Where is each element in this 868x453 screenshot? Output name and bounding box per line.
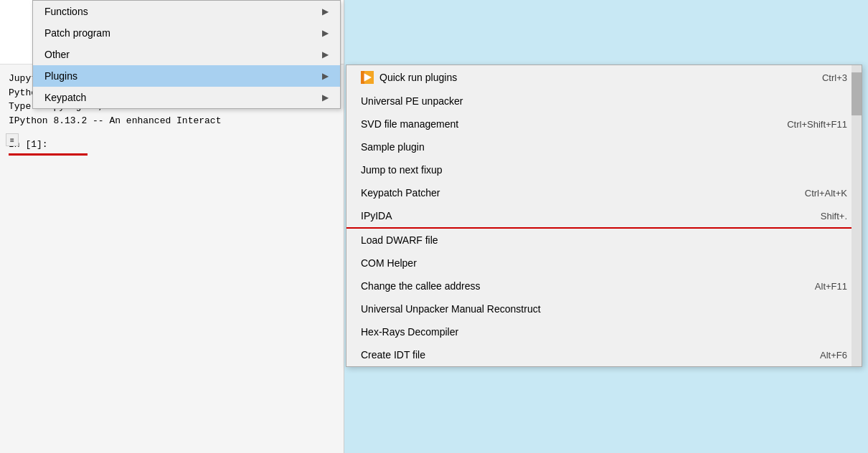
submenu-item-pe-unpacker-label: Universal PE unpacker: [361, 95, 463, 107]
shortcut-svd: Ctrl+Shift+F11: [787, 119, 847, 130]
menu-item-functions[interactable]: Functions ▶: [33, 1, 340, 22]
arrow-icon: ▶: [322, 71, 329, 81]
submenu-item-pe-unpacker-inner: Universal PE unpacker: [361, 95, 463, 107]
arrow-icon: ▶: [322, 6, 329, 16]
submenu-item-jump-fixup[interactable]: Jump to next fixup: [346, 158, 862, 181]
submenu-item-create-idt[interactable]: Create IDT file Alt+F6: [346, 343, 862, 366]
submenu-item-svd-label: SVD file management: [361, 118, 458, 130]
svg-rect-2: [361, 71, 364, 84]
menu-item-plugins[interactable]: Plugins ▶: [33, 65, 340, 87]
shortcut-callee: Alt+F11: [815, 281, 847, 292]
submenu-item-quick-run[interactable]: Quick run plugins Ctrl+3: [346, 65, 862, 90]
arrow-icon: ▶: [322, 49, 329, 59]
submenu-item-quick-run-inner: Quick run plugins: [361, 71, 457, 84]
submenu-item-jump-fixup-label: Jump to next fixup: [361, 164, 443, 176]
menu-item-patch-program-label: Patch program: [44, 27, 110, 39]
submenu-item-load-dwarf-label: Load DWARF file: [361, 234, 438, 246]
submenu-item-pe-unpacker[interactable]: Universal PE unpacker: [346, 90, 862, 113]
submenu-item-load-dwarf-inner: Load DWARF file: [361, 234, 438, 246]
submenu-item-sample[interactable]: Sample plugin: [346, 135, 862, 158]
submenu-item-svd[interactable]: SVD file management Ctrl+Shift+F11: [346, 113, 862, 135]
submenu-item-svd-inner: SVD file management: [361, 118, 458, 130]
arrow-icon: ▶: [322, 92, 329, 102]
submenu-item-unpacker-reconstruct[interactable]: Universal Unpacker Manual Reconstruct: [346, 297, 862, 320]
console-icon: ≡: [6, 133, 19, 146]
submenu-item-com-helper-label: COM Helper: [361, 257, 417, 269]
console-cursor: [9, 153, 88, 156]
shortcut-quick-run: Ctrl+3: [822, 72, 847, 83]
arrow-icon: ▶: [322, 28, 329, 38]
menu-item-patch-program[interactable]: Patch program ▶: [33, 22, 340, 44]
submenu-item-sample-label: Sample plugin: [361, 141, 425, 153]
submenu-item-keypatch[interactable]: Keypatch Patcher Ctrl+Alt+K: [346, 181, 862, 204]
submenu-item-callee-inner: Change the callee address: [361, 280, 481, 292]
shortcut-keypatch: Ctrl+Alt+K: [805, 188, 847, 199]
menu-item-keypatch-label: Keypatch: [44, 92, 86, 103]
menu-item-keypatch[interactable]: Keypatch ▶: [33, 87, 340, 108]
submenu-item-com-helper-inner: COM Helper: [361, 257, 417, 269]
scrollbar-thumb[interactable]: [852, 72, 862, 115]
shortcut-ipyida: Shift+.: [821, 211, 847, 221]
submenu-item-keypatch-inner: Keypatch Patcher: [361, 187, 440, 199]
submenu-item-load-dwarf[interactable]: Load DWARF file: [346, 229, 862, 252]
menu-item-plugins-label: Plugins: [44, 70, 77, 82]
shortcut-create-idt: Alt+F6: [820, 350, 847, 361]
menu-item-functions-label: Functions: [44, 6, 88, 17]
submenu-item-sample-inner: Sample plugin: [361, 141, 425, 153]
submenu-item-ipyida-inner: IPyIDA: [361, 210, 392, 221]
quick-run-icon: [361, 71, 374, 84]
submenu-scrollbar[interactable]: [852, 65, 862, 366]
console-line-4: IPython 8.13.2 -- An enhanced Interact: [9, 114, 335, 128]
submenu-item-unpacker-reconstruct-label: Universal Unpacker Manual Reconstruct: [361, 303, 541, 315]
submenu-item-hexrays-label: Hex-Rays Decompiler: [361, 326, 458, 338]
submenu-item-keypatch-label: Keypatch Patcher: [361, 187, 440, 199]
submenu-item-jump-fixup-inner: Jump to next fixup: [361, 164, 443, 176]
submenu-item-ipyida-label: IPyIDA: [361, 210, 392, 221]
submenu-item-ipyida[interactable]: IPyIDA Shift+.: [346, 204, 862, 227]
submenu-item-callee[interactable]: Change the callee address Alt+F11: [346, 275, 862, 297]
submenu-item-hexrays-inner: Hex-Rays Decompiler: [361, 326, 458, 338]
submenu-item-create-idt-label: Create IDT file: [361, 349, 425, 361]
submenu-item-unpacker-reconstruct-inner: Universal Unpacker Manual Reconstruct: [361, 303, 541, 315]
plugins-submenu: Quick run plugins Ctrl+3 Universal PE un…: [346, 65, 862, 367]
submenu-item-create-idt-inner: Create IDT file: [361, 349, 425, 361]
submenu-item-com-helper[interactable]: COM Helper: [346, 252, 862, 275]
submenu-item-quick-run-label: Quick run plugins: [379, 72, 457, 83]
submenu-item-callee-label: Change the callee address: [361, 280, 481, 292]
menu-item-other-label: Other: [44, 49, 70, 60]
menu-item-other[interactable]: Other ▶: [33, 44, 340, 65]
submenu-item-hexrays[interactable]: Hex-Rays Decompiler: [346, 320, 862, 343]
left-dropdown-menu: Functions ▶ Patch program ▶ Other ▶ Plug…: [32, 0, 341, 109]
